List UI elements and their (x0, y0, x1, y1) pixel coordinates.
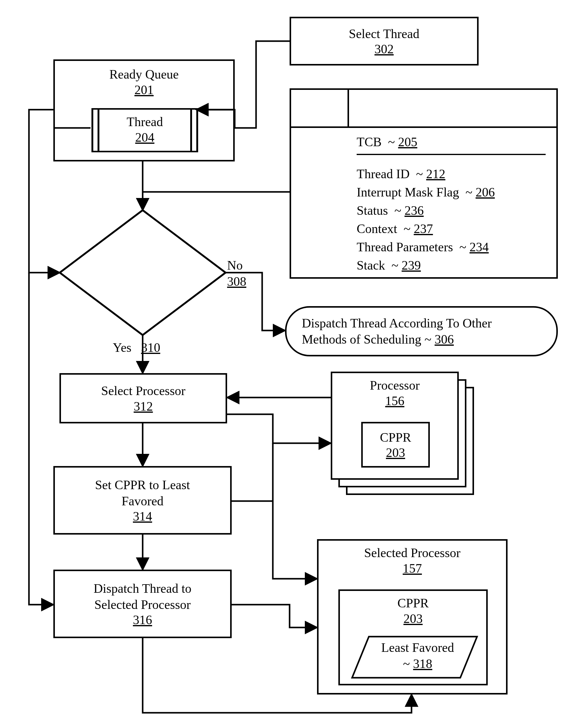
cppr2-label: CPPR (340, 595, 486, 611)
node-selected-processor: Selected Processor 157 CPPR 203 Least Fa… (317, 539, 507, 694)
select-thread-label: Select Thread (349, 26, 419, 42)
selected-processor-num: 157 (319, 561, 506, 576)
tcb-params-label: Thread Parameters (357, 240, 453, 254)
tcb-params-num: 234 (469, 240, 489, 254)
processor-num: 156 (332, 394, 457, 408)
tcb-imf: Interrupt Mask Flag ~ 206 (357, 184, 495, 200)
tcb-status: Status ~ 236 (357, 202, 424, 219)
dec-no-label: No (227, 258, 246, 274)
tcb-thread-id-label: Thread ID (357, 167, 410, 181)
node-ready-queue: Ready Queue 201 Thread 204 (53, 59, 235, 162)
select-processor-label: Select Processor (101, 383, 185, 399)
node-thread: Thread 204 (91, 108, 198, 152)
set-cppr-num: 314 (133, 509, 152, 524)
ready-queue-num: 201 (55, 83, 233, 97)
tcb-thread-id: Thread ID ~ 212 (357, 166, 445, 182)
dec-yes-label: Yes (113, 340, 131, 355)
node-tcb: TCB ~ 205 Thread ID ~ 212 Interrupt Mask… (290, 88, 558, 279)
dispatch-sel-line1: Dispatch Thread to (93, 581, 192, 597)
node-dispatch-selected: Dispatch Thread to Selected Processor 31… (53, 570, 232, 638)
dispatch-other-text: Dispatch Thread According To Other Metho… (302, 315, 556, 347)
decision-text: Interrupt Mask Flag Set? 304 (85, 250, 201, 298)
tcb-status-num: 236 (405, 203, 424, 218)
flowchart-canvas: Select Thread 302 Ready Queue 201 Thread… (0, 0, 574, 728)
dec-yes: Yes 310 (113, 339, 174, 356)
thread-label: Thread (91, 114, 198, 130)
tcb-heading-label: TCB (357, 135, 382, 149)
decision-num: 304 (134, 282, 153, 298)
tcb-imf-label: Interrupt Mask Flag (357, 185, 459, 199)
tcb-context: Context ~ 237 (357, 221, 433, 237)
dispatch-other-num: 306 (435, 332, 454, 346)
node-cppr2: CPPR 203 Least Favored ~ 318 (338, 589, 488, 685)
dec-no-num: 308 (227, 274, 246, 290)
decision-line2: Mask Flag Set? (85, 266, 201, 282)
tcb-params: Thread Parameters ~ 234 (357, 239, 489, 255)
least-favored-num: 318 (413, 657, 432, 671)
cppr-num: 203 (386, 445, 405, 460)
dec-yes-num: 310 (141, 340, 160, 355)
dec-no: No 308 (227, 258, 246, 289)
tcb-heading: TCB ~ 205 (357, 134, 417, 150)
node-select-thread: Select Thread 302 (290, 17, 479, 65)
tcb-tab (290, 88, 349, 128)
ready-queue-label: Ready Queue (55, 66, 233, 83)
cppr2-num: 203 (340, 611, 486, 626)
node-processor: Processor 156 CPPR 203 (331, 372, 459, 480)
tcb-stack: Stack ~ 239 (357, 258, 421, 274)
tcb-context-num: 237 (414, 222, 433, 236)
node-dispatch-other: Dispatch Thread According To Other Metho… (285, 306, 558, 356)
select-processor-num: 312 (134, 399, 153, 414)
processor-label: Processor (332, 377, 457, 394)
node-set-cppr: Set CPPR to Least Favored 314 (53, 466, 232, 535)
decision-line1: Interrupt (85, 250, 201, 266)
dispatch-sel-line2: Selected Processor (94, 597, 191, 613)
tcb-stack-num: 239 (402, 258, 421, 272)
node-select-processor: Select Processor 312 (59, 373, 227, 423)
tcb-heading-num: 205 (398, 135, 417, 149)
tcb-stack-label: Stack (357, 258, 385, 272)
least-favored-label: Least Favored (369, 640, 466, 656)
tcb-thread-id-num: 212 (426, 167, 445, 181)
dispatch-sel-num: 316 (133, 612, 152, 627)
selected-processor-label: Selected Processor (319, 545, 506, 561)
least-favored-text: Least Favored ~ 318 (369, 640, 466, 672)
tcb-context-label: Context (357, 222, 397, 236)
node-cppr-inner: CPPR 203 (361, 422, 430, 467)
select-thread-num: 302 (375, 42, 394, 56)
tcb-status-label: Status (357, 203, 388, 218)
set-cppr-line2: Favored (122, 493, 164, 509)
thread-num: 204 (91, 130, 198, 145)
cppr-label: CPPR (380, 429, 411, 446)
set-cppr-line1: Set CPPR to Least (95, 477, 190, 493)
tcb-imf-num: 206 (476, 185, 495, 199)
